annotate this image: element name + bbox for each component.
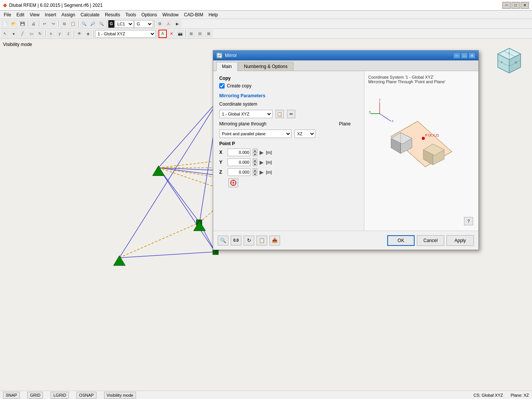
footer-info-btn[interactable]: 🔍 [218, 236, 228, 245]
more-btn[interactable]: ▶ [173, 20, 182, 28]
z-spin-down[interactable]: ▼ [253, 172, 257, 176]
lgrid-btn[interactable]: LGRID [51, 392, 69, 399]
dialog-minimize-btn[interactable]: ─ [453, 52, 460, 59]
z-spin-up[interactable]: ▲ [253, 168, 257, 172]
titlebar-controls[interactable]: ─ □ ✕ [502, 2, 529, 9]
pick-point-btn[interactable] [228, 178, 238, 187]
apply-button[interactable]: Apply [446, 235, 474, 246]
dialog-titlebar[interactable]: 🔄 Mirror ─ □ ✕ [213, 51, 478, 60]
zoom-in-btn[interactable]: 🔎 [89, 20, 97, 28]
y-spin-up[interactable]: ▲ [253, 158, 257, 162]
axis-y-btn[interactable]: y [55, 30, 64, 38]
settings-btn[interactable]: ⚙ [156, 20, 164, 28]
osnap-btn[interactable]: OSNAP [76, 392, 97, 399]
menu-options[interactable]: Options [139, 11, 159, 18]
x-spin-down[interactable]: ▼ [253, 152, 257, 156]
restore-button[interactable]: □ [511, 2, 520, 9]
filter2-btn[interactable]: ⊟ [196, 30, 204, 38]
x-input[interactable] [228, 149, 250, 156]
menu-cad-bim[interactable]: CAD-BIM [182, 11, 206, 18]
dialog-close-btn[interactable]: ✕ [469, 52, 475, 59]
preview-help-btn[interactable]: ? [464, 217, 473, 225]
highlight-btn[interactable]: A [158, 30, 167, 38]
menu-help[interactable]: Help [206, 11, 220, 18]
warning-btn[interactable]: ⚠ [165, 20, 173, 28]
zoom-btn[interactable]: 🔍 [80, 20, 88, 28]
ok-button[interactable]: OK [387, 235, 415, 246]
save-btn[interactable]: 💾 [18, 20, 27, 28]
menu-results[interactable]: Results [103, 11, 122, 18]
mirror-plane-select[interactable]: Point and parallel plane [219, 130, 291, 138]
view-btn[interactable]: 👁 [75, 30, 84, 38]
footer-settings-btn[interactable]: 📋 [256, 236, 267, 245]
y-input[interactable] [228, 158, 250, 166]
zoom-out-btn[interactable]: 🔍 [97, 20, 106, 28]
g-combo[interactable]: G [134, 20, 153, 28]
mirror-plane-value-row: Point and parallel plane XZ XY YZ [219, 130, 358, 138]
z-input[interactable] [228, 168, 250, 176]
dialog-restore-btn[interactable]: □ [461, 52, 468, 59]
menu-insert[interactable]: Insert [43, 11, 59, 18]
render-btn[interactable]: ◈ [84, 30, 92, 38]
coord-btn2[interactable]: ✏ [287, 110, 295, 118]
snap-btn[interactable]: SNAP [3, 392, 20, 399]
create-copy-checkbox[interactable] [219, 83, 225, 89]
axis-x-btn[interactable]: x [47, 30, 55, 38]
menu-window[interactable]: Window [160, 11, 181, 18]
menu-calculate[interactable]: Calculate [78, 11, 102, 18]
plane-select[interactable]: XZ XY YZ [294, 130, 315, 138]
create-copy-label: Create copy [227, 83, 252, 89]
cancel-button[interactable]: Cancel [417, 235, 444, 246]
rotate-btn[interactable]: ↻ [36, 30, 44, 38]
screenshot-btn[interactable]: 📷 [176, 30, 184, 38]
new-btn[interactable]: 📄 [1, 20, 9, 28]
y-arrow[interactable]: ▶ [260, 159, 264, 165]
close-button[interactable]: ✕ [521, 2, 529, 9]
undo-btn[interactable]: ↩ [40, 20, 49, 28]
preview-svg: y x z [368, 87, 475, 201]
paste-btn[interactable]: 📋 [69, 20, 77, 28]
svg-text:y: y [379, 98, 381, 101]
footer-num-btn[interactable]: 0.0 [231, 236, 241, 245]
z-arrow[interactable]: ▶ [260, 169, 264, 175]
tab-main[interactable]: Main [216, 62, 238, 71]
tab-numbering-options[interactable]: Numbering & Options [238, 62, 293, 71]
footer-refresh-btn[interactable]: ↻ [244, 236, 254, 245]
svg-text:R: R [515, 61, 517, 64]
lc-combo[interactable]: LC1 [115, 20, 134, 28]
footer-export-btn[interactable]: 📤 [269, 236, 280, 245]
menu-assign[interactable]: Assign [59, 11, 78, 18]
visibility-mode-btn[interactable]: Visibility mode [104, 392, 136, 399]
line-btn[interactable]: ╱ [18, 30, 27, 38]
filter3-btn[interactable]: ⊠ [204, 30, 213, 38]
x-spin-up[interactable]: ▲ [253, 149, 257, 152]
coord-btn1[interactable]: 📋 [276, 110, 284, 118]
node-btn[interactable]: ● [10, 30, 18, 38]
filter1-btn[interactable]: ⊞ [187, 30, 195, 38]
z-spin: ▲ ▼ [253, 168, 257, 176]
surface-btn[interactable]: ▭ [27, 30, 35, 38]
minimize-button[interactable]: ─ [502, 2, 511, 9]
grid-btn[interactable]: GRID [27, 392, 43, 399]
coord-system-value-row: 1 - Global XYZ 📋 ✏ [219, 110, 358, 118]
coord-system-select[interactable]: 1 - Global XYZ [219, 110, 272, 118]
menubar: File Edit View Insert Assign Calculate R… [0, 11, 532, 19]
x-arrow[interactable]: ▶ [260, 149, 264, 155]
close-vis-btn[interactable]: ✕ [167, 30, 176, 38]
nav-cube[interactable]: T R F [494, 46, 524, 77]
menu-file[interactable]: File [2, 11, 13, 18]
menu-view[interactable]: View [27, 11, 42, 18]
svg-line-6 [119, 252, 215, 258]
view-combo[interactable]: 1 - Global XYZ [95, 30, 156, 38]
menu-edit[interactable]: Edit [14, 11, 27, 18]
dialog-footer: 🔍 0.0 ↻ 📋 📤 OK Cancel Apply [213, 231, 478, 250]
print-btn[interactable]: 🖨 [29, 20, 38, 28]
select-btn[interactable]: ↖ [1, 30, 9, 38]
menu-tools[interactable]: Tools [123, 11, 138, 18]
axis-z-btn[interactable]: z [64, 30, 73, 38]
open-btn[interactable]: 📂 [10, 20, 18, 28]
dialog-title-controls[interactable]: ─ □ ✕ [453, 52, 475, 59]
redo-btn[interactable]: ↪ [49, 20, 57, 28]
copy-btn[interactable]: ⧉ [60, 20, 68, 28]
y-spin-down[interactable]: ▼ [253, 162, 257, 166]
